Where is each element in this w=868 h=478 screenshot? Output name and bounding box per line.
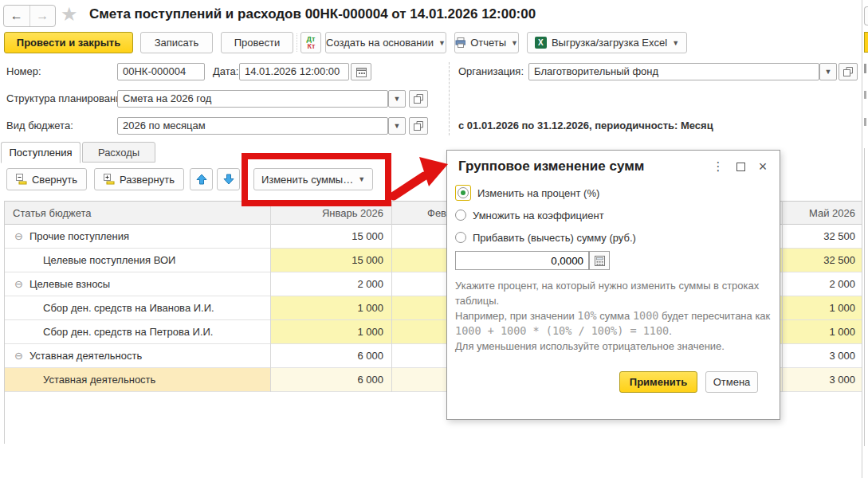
planning-structure-open-button[interactable] <box>409 90 428 108</box>
post-button[interactable]: Провести <box>221 32 293 53</box>
tab-receipts[interactable]: Поступления <box>1 142 81 163</box>
clipped-right-panel <box>862 0 868 478</box>
collapse-group-icon[interactable]: ⊖ <box>14 278 23 290</box>
budget-article-label: Сбор ден. средств на Петрова И.И. <box>43 326 213 338</box>
organization-dropdown-button[interactable]: ▼ <box>819 63 837 80</box>
move-down-button[interactable] <box>217 168 240 190</box>
budget-article-cell[interactable]: ⊖Прочие поступления <box>5 225 270 248</box>
may-amount-cell[interactable]: 32 500 <box>782 249 863 272</box>
radio-button-icon[interactable] <box>455 210 466 221</box>
column-header-article[interactable]: Статья бюджета <box>5 202 270 224</box>
column-divider <box>391 201 392 392</box>
favorite-star-icon[interactable]: ★ <box>61 3 78 25</box>
may-amount-cell[interactable]: 3 000 <box>782 368 863 391</box>
number-label: Номер: <box>6 63 41 80</box>
budget-estimate-window: ← → ★ Смета поступлений и расходов 00НК-… <box>0 0 868 478</box>
january-amount-cell[interactable]: 6 000 <box>270 368 391 391</box>
dialog-close-button[interactable]: × <box>754 159 772 174</box>
budget-kind-label: Вид бюджета: <box>6 117 73 135</box>
save-button[interactable]: Записать <box>140 32 213 53</box>
budget-article-cell[interactable]: Целевые поступления ВОИ <box>5 249 270 272</box>
radio-button-icon[interactable] <box>458 187 469 198</box>
organization-label: Организация: <box>458 63 524 80</box>
clipped-text-fragment <box>864 118 866 126</box>
apply-button[interactable]: Применить <box>619 371 697 393</box>
clipped-button <box>864 6 868 25</box>
dialog-menu-button[interactable]: ⋮ <box>709 159 727 174</box>
january-amount-cell[interactable]: 1 000 <box>270 296 391 319</box>
chevron-down-icon: ▼ <box>394 122 401 130</box>
create-based-on-button[interactable]: Создать на основании▼ <box>325 32 446 53</box>
budget-article-label: Целевые поступления ВОИ <box>43 254 175 266</box>
move-up-button[interactable] <box>190 168 213 190</box>
may-amount-cell[interactable]: 1 000 <box>782 296 863 319</box>
budget-article-cell[interactable]: ⊖Уставная деятельность <box>5 344 270 367</box>
focus-outline <box>455 185 471 201</box>
january-amount-cell[interactable]: 6 000 <box>270 344 391 367</box>
dt-kt-postings-button[interactable]: ДтКт <box>300 32 321 53</box>
budget-article-cell[interactable]: Уставная деятельность <box>5 368 270 391</box>
radio-option-label: Прибавить (вычесть) сумму (руб.) <box>473 232 636 244</box>
january-amount-cell[interactable]: 15 000 <box>270 249 391 272</box>
forward-button[interactable]: → <box>29 6 56 26</box>
radio-option[interactable]: Прибавить (вычесть) сумму (руб.) <box>455 229 636 246</box>
date-calendar-button[interactable] <box>351 63 371 80</box>
may-amount-cell[interactable]: 3 000 <box>782 344 863 367</box>
percent-amount-input[interactable] <box>455 251 589 270</box>
budget-article-label: Сбор ден. средств на Иванова И.И. <box>43 302 214 314</box>
back-arrow-icon: ← <box>10 9 23 23</box>
may-amount-cell[interactable]: 2 000 <box>782 272 863 296</box>
collapse-button[interactable]: Свернуть <box>6 168 87 190</box>
january-amount-cell[interactable]: 2 000 <box>270 272 391 296</box>
number-field[interactable]: 00НК-000004 <box>117 63 205 80</box>
expand-button[interactable]: Развернуть <box>94 168 184 190</box>
collapse-group-icon[interactable]: ⊖ <box>14 350 23 362</box>
may-amount-cell[interactable]: 1 000 <box>782 320 863 343</box>
budget-kind-open-button[interactable] <box>409 117 428 135</box>
excel-import-export-button[interactable]: X Выгрузка/загрузка Excel▼ <box>527 32 687 53</box>
collapse-group-icon[interactable]: ⊖ <box>14 230 23 242</box>
radio-option[interactable]: Изменить на процент (%) <box>455 184 599 202</box>
january-amount-cell[interactable]: 15 000 <box>270 225 391 248</box>
radio-option[interactable]: Умножить на коэффициент <box>455 206 604 224</box>
date-label: Дата: <box>213 63 238 80</box>
calculator-button[interactable] <box>589 251 610 270</box>
column-header-may[interactable]: Май 2026 <box>782 202 863 224</box>
column-divider <box>782 201 783 392</box>
radio-button-icon[interactable] <box>455 232 466 243</box>
january-amount-cell[interactable]: 1 000 <box>270 320 391 343</box>
budget-kind-dropdown-button[interactable]: ▼ <box>388 117 406 135</box>
organization-field[interactable]: Благотворительный фонд <box>528 63 819 80</box>
column-divider <box>270 201 271 392</box>
back-button[interactable]: ← <box>4 6 29 26</box>
planning-structure-dropdown-button[interactable]: ▼ <box>388 90 406 108</box>
history-nav-group: ← → <box>3 5 56 27</box>
reports-button[interactable]: Отчеты▼ <box>454 32 519 53</box>
form-column-separator <box>449 62 450 135</box>
tab-expenses[interactable]: Расходы <box>82 142 155 163</box>
open-in-new-icon <box>414 121 423 131</box>
dialog-title: Групповое изменение сумм <box>458 159 644 174</box>
annotation-highlight-rectangle <box>242 153 391 206</box>
budget-article-label: Целевые взносы <box>29 278 110 290</box>
annotation-arrow <box>389 155 451 201</box>
planning-structure-field[interactable]: Смета на 2026 год <box>117 90 388 108</box>
dialog-maximize-button[interactable] <box>732 159 749 174</box>
post-and-close-button[interactable]: Провести и закрыть <box>4 32 133 53</box>
dt-kt-icon: ДтКт <box>307 36 316 50</box>
hint-line: Для уменьшения используйте отрицательное… <box>455 339 772 354</box>
calendar-icon <box>356 67 367 77</box>
planning-structure-label: Структура планирования: <box>6 90 130 108</box>
radio-selected-dot <box>461 190 465 195</box>
budget-article-cell[interactable]: ⊖Целевые взносы <box>5 272 270 296</box>
cancel-button[interactable]: Отмена <box>705 371 758 393</box>
organization-open-button[interactable] <box>839 63 858 80</box>
budget-article-cell[interactable]: Сбор ден. средств на Петрова И.И. <box>5 320 270 343</box>
date-field[interactable]: 14.01.2026 12:00:00 <box>239 63 349 80</box>
budget-kind-field[interactable]: 2026 по месяцам <box>117 117 388 135</box>
budget-article-cell[interactable]: Сбор ден. средств на Иванова И.И. <box>5 296 270 319</box>
dialog-hint-text: Укажите процент, на который нужно измени… <box>455 278 772 354</box>
radio-option-label: Изменить на процент (%) <box>477 187 599 199</box>
may-amount-cell[interactable]: 32 500 <box>782 225 863 248</box>
maximize-icon <box>736 163 745 171</box>
